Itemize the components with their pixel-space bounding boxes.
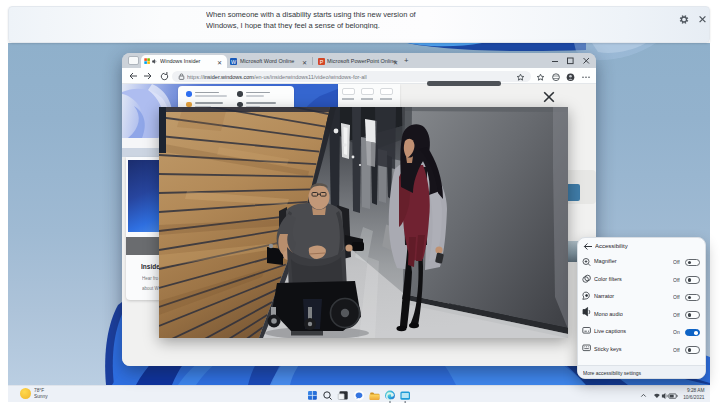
svg-text:P: P	[320, 59, 324, 65]
